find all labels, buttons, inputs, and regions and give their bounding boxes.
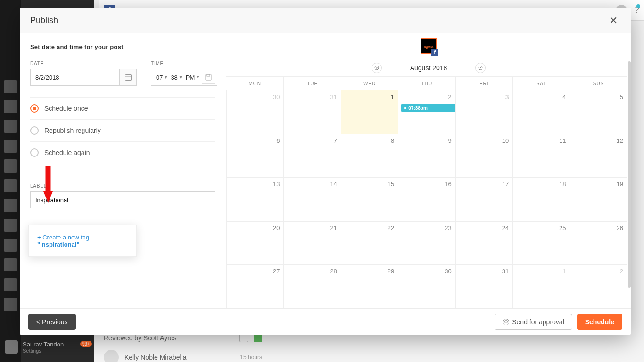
svg-rect-0 [125,75,131,81]
calendar-cell[interactable]: 30 [226,90,283,134]
calendar-cell[interactable]: 23 [398,221,455,265]
calendar-cell[interactable]: 18 [512,177,570,221]
publish-modal: Publish ✕ Set date and time for your pos… [20,8,631,335]
calendar-day-header: SUN [570,77,627,90]
calendar-cell[interactable]: 13 [226,177,283,221]
time-label: TIME [151,61,217,66]
option-schedule-again[interactable]: Schedule again [30,142,215,164]
calendar-cell[interactable]: 31 [283,90,340,134]
calendar-cell[interactable]: 8 [341,134,398,178]
calendar-cell[interactable]: 30 [398,264,455,308]
svg-rect-4 [206,74,211,80]
calendar-cell[interactable]: 14 [283,177,340,221]
calendar-cell[interactable]: 22 [341,221,398,265]
labels-label: LABELS [30,183,215,189]
labels-section: LABELS [30,183,215,208]
user-icon [503,319,509,325]
radio-icon [30,126,39,135]
calendar-day-header: MON [226,77,283,90]
radio-icon [30,104,39,113]
calendar-day-header: TUE [283,77,340,90]
calendar-cell[interactable]: 12 [570,134,627,178]
calendar-cell[interactable]: 20 [226,221,283,265]
calendar-cell[interactable]: 19 [570,177,627,221]
calendar-day-header: WED [341,77,398,90]
channel-badge: agoraf [226,33,631,59]
calendar-next-button[interactable] [475,63,486,73]
facebook-badge-icon: f [431,49,438,56]
calendar-cell[interactable]: 26 [570,221,627,265]
previous-button[interactable]: < Previous [28,314,76,330]
radio-icon [30,148,39,157]
schedule-options: Schedule once Republish regularly Schedu… [30,97,215,164]
bg-notification-badge: 99+ [80,341,92,347]
calendar-cell[interactable]: 15 [341,177,398,221]
calendar-cell[interactable]: 10 [455,134,512,178]
svg-point-7 [479,66,482,70]
modal-footer: < Previous Send for approval Schedule [20,308,631,335]
calendar-cell[interactable]: 4 [512,90,570,134]
option-schedule-once[interactable]: Schedule once [30,98,215,120]
close-button[interactable]: ✕ [606,13,620,29]
calendar-cell[interactable]: 11 [512,134,570,178]
time-field[interactable]: 07▼ 38▼ PM▼ [151,69,217,86]
calendar-event[interactable]: 07:38pm [401,104,456,112]
calendar-cell[interactable]: 24 [455,221,512,265]
calendar-cell[interactable]: 3 [455,90,512,134]
calendar-cell[interactable]: 1 [341,90,398,134]
calendar-panel: agoraf August 2018 MONTUEWEDTHUFRISATSUN… [226,33,631,308]
calendar-grid: MONTUEWEDTHUFRISATSUN30311207:38pm345678… [226,76,627,308]
time-save-icon[interactable] [202,71,215,84]
schedule-button[interactable]: Schedule [577,314,622,330]
calendar-scrollbar[interactable] [628,61,631,288]
create-tag-link[interactable]: + Create a new tag "Inspirational" [37,234,89,248]
calendar-cell[interactable]: 27 [226,264,283,308]
modal-header: Publish ✕ [20,8,631,33]
create-tag-popover[interactable]: + Create a new tag "Inspirational" [28,225,137,257]
calendar-cell[interactable]: 29 [341,264,398,308]
calendar-cell[interactable]: 207:38pm [398,90,455,134]
calendar-cell[interactable]: 17 [455,177,512,221]
calendar-cell[interactable]: 9 [398,134,455,178]
calendar-cell[interactable]: 1 [512,264,570,308]
calendar-prev-button[interactable] [372,63,382,73]
calendar-day-header: THU [398,77,455,90]
calendar-picker-icon[interactable] [119,69,136,85]
modal-title: Publish [30,16,58,25]
calendar-cell[interactable]: 7 [283,134,340,178]
time-minute-select[interactable]: 38▼ [170,74,183,81]
calendar-title: August 2018 [410,64,447,72]
help-icon: ? [635,5,639,15]
date-input[interactable] [31,69,119,85]
calendar-nav: August 2018 [226,59,631,76]
calendar-day-header: SAT [512,77,570,90]
calendar-cell[interactable]: 25 [512,221,570,265]
calendar-cell[interactable]: 31 [455,264,512,308]
date-field[interactable] [30,69,137,86]
option-republish-regularly[interactable]: Republish regularly [30,120,215,142]
time-hour-select[interactable]: 07▼ [155,74,169,81]
schedule-panel: Set date and time for your post DATE TIM… [20,33,226,308]
labels-input[interactable] [30,191,215,208]
calendar-cell[interactable]: 5 [570,90,627,134]
calendar-cell[interactable]: 16 [398,177,455,221]
bg-profile-list [4,80,17,318]
send-for-approval-button[interactable]: Send for approval [495,314,572,330]
bg-current-user: Saurav Tandon Settings [5,340,64,354]
panel-heading: Set date and time for your post [30,43,215,50]
calendar-day-header: FRI [455,77,512,90]
calendar-cell[interactable]: 2 [570,264,627,308]
time-ampm-select[interactable]: PM▼ [185,74,201,81]
calendar-cell[interactable]: 28 [283,264,340,308]
calendar-cell[interactable]: 6 [226,134,283,178]
agora-logo-icon: agoraf [421,38,437,54]
calendar-cell[interactable]: 21 [283,221,340,265]
date-label: DATE [30,61,137,66]
bg-feed: Reviewed by Scott Ayres Kelly Noble Mira… [104,330,262,362]
svg-rect-5 [207,74,210,76]
